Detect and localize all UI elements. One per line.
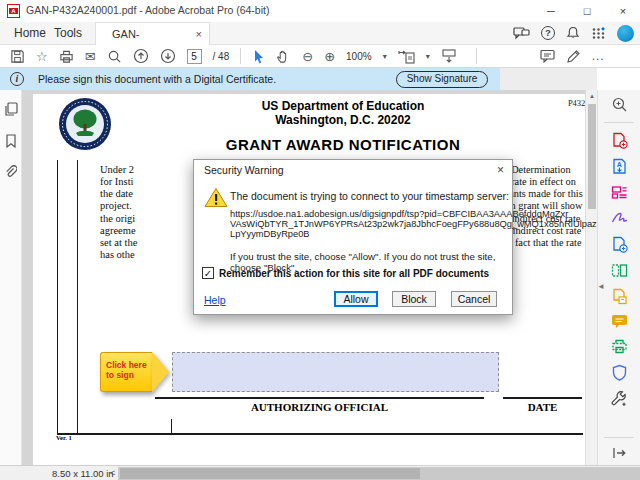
quick-toolbar: ☆ ✉ 5 / 48 ⊖ ⊕ 100% ▾ (0, 45, 640, 68)
timestamp-server-url: https://usdoe.na1.adobesign.us/digsignpd… (230, 210, 597, 239)
toolbar-divider (476, 48, 477, 64)
table-border-bottom (57, 433, 583, 435)
svg-text:A: A (616, 161, 621, 168)
rail-divider (604, 122, 634, 123)
acrobat-window: A GAN-P432A240001.pdf - Adobe Acrobat Pr… (0, 0, 640, 480)
account-avatar[interactable] (617, 25, 634, 42)
select-tool-icon[interactable] (252, 49, 265, 64)
horizontal-scroll-thumb[interactable] (120, 468, 420, 479)
edit-pdf-icon[interactable] (611, 184, 628, 201)
more-tools-overflow[interactable]: ... (592, 49, 605, 63)
digital-certificate-banner: i Please sign this document with a Digit… (0, 68, 500, 90)
banner-message: Please sign this document with a Digital… (38, 73, 276, 85)
authorizing-official-label: AUTHORIZING OFFICIAL (155, 401, 484, 413)
pdf-header-line2: Washington, D.C. 20202 (163, 113, 523, 127)
fill-sign-icon[interactable] (611, 210, 628, 227)
allow-button[interactable]: Allow (334, 291, 378, 307)
cancel-button[interactable]: Cancel (451, 291, 497, 307)
page-number-input[interactable]: 5 (187, 49, 202, 64)
email-icon[interactable]: ✉ (85, 49, 96, 64)
zoom-level-value[interactable]: 100% (346, 51, 372, 62)
collapse-panel-icon[interactable]: ◄ (597, 282, 605, 291)
scroll-left-icon[interactable]: < (110, 468, 115, 478)
window-title: GAN-P432A240001.pdf - Adobe Acrobat Pro … (26, 4, 269, 16)
page-scrolling-icon[interactable] (441, 49, 457, 64)
pdf-page: P432A240001 US Department of Education W… (33, 94, 585, 465)
callout-line1: Click here (106, 360, 152, 370)
search-icon[interactable] (107, 49, 122, 64)
create-pdf-icon[interactable] (611, 132, 628, 149)
pdf-header-line1: US Department of Education (163, 99, 523, 113)
tab-tools[interactable]: Tools (46, 22, 90, 45)
page-thumbnails-icon[interactable] (4, 102, 18, 117)
banner-gap (500, 68, 597, 90)
zoom-in-icon[interactable]: ⊕ (324, 49, 335, 64)
combine-files-icon[interactable] (611, 236, 628, 253)
block-button[interactable]: Block (392, 291, 436, 307)
collapse-rail-icon[interactable] (612, 447, 626, 459)
print-icon[interactable] (59, 49, 74, 64)
version-label: Ver. 1 (56, 434, 72, 441)
zoom-caret-icon[interactable]: ▾ (383, 52, 387, 61)
horizontal-scrollbar[interactable] (118, 467, 640, 480)
favorite-star-icon[interactable]: ☆ (36, 49, 48, 64)
compress-pdf-icon[interactable] (611, 288, 628, 305)
pdf-heading: GRANT AWARD NOTIFICATION (143, 136, 543, 153)
click-here-to-sign-callout[interactable]: Click here to sign (100, 352, 152, 392)
feedback-icon[interactable] (513, 26, 530, 40)
status-bar: 8.50 x 11.00 in < (0, 465, 640, 480)
page-total-label: / 48 (213, 51, 230, 62)
protect-icon[interactable] (612, 364, 627, 381)
comment-icon[interactable] (540, 49, 555, 63)
show-signature-button[interactable]: Show Signature (396, 71, 488, 88)
signature-field[interactable] (172, 352, 499, 392)
next-page-icon[interactable] (160, 48, 176, 64)
search-tools-icon[interactable] (611, 96, 628, 113)
document-area: P432A240001 US Department of Education W… (0, 90, 640, 465)
organize-pages-icon[interactable] (611, 262, 628, 279)
page-size-label: 8.50 x 11.00 in (52, 468, 114, 479)
zoom-out-icon[interactable]: ⊖ (302, 49, 313, 64)
help-link[interactable]: Help (204, 294, 226, 306)
bookmarks-icon[interactable] (5, 134, 17, 148)
tab-document[interactable]: GAN-P432A24000... × (95, 22, 210, 45)
scan-ocr-icon[interactable] (611, 338, 628, 355)
table-border-left-inner (77, 160, 78, 433)
info-icon: i (10, 72, 24, 86)
tab-close-icon[interactable]: × (196, 23, 202, 46)
close-button[interactable]: × (606, 0, 640, 22)
table-cell-divider (171, 419, 172, 433)
date-label: DATE (503, 401, 582, 413)
attachments-icon[interactable] (4, 165, 17, 179)
help-icon[interactable]: ? (541, 26, 555, 40)
remember-checkbox[interactable]: ✓ (202, 267, 214, 279)
tabbar-right-icons: ? (513, 22, 640, 44)
security-warning-dialog: Security Warning × The document is tryin… (193, 159, 513, 315)
fit-caret-icon[interactable]: ▾ (426, 52, 430, 61)
sign-pencil-icon[interactable] (566, 49, 581, 64)
department-of-education-seal (58, 97, 112, 151)
notifications-bell-icon[interactable] (566, 26, 580, 40)
left-navigation-panel (0, 90, 22, 465)
svg-text:A: A (11, 8, 16, 14)
more-tools-icon[interactable] (611, 390, 628, 407)
paragraph-left-fragment: Under 2for Instithe dateproject.the orig… (100, 164, 162, 261)
fit-width-icon[interactable] (398, 49, 415, 64)
dialog-title: Security Warning (204, 164, 284, 176)
callout-line2: to sign (106, 370, 152, 380)
tools-rail: A (597, 90, 640, 465)
minimize-button[interactable]: ─ (534, 0, 568, 22)
export-pdf-icon[interactable]: A (611, 158, 628, 175)
vertical-scrollbar[interactable]: ▴ (585, 90, 597, 465)
warning-icon (204, 187, 228, 208)
vertical-scroll-thumb[interactable] (588, 104, 596, 209)
maximize-button[interactable]: □ (570, 0, 604, 22)
toolbar-divider (240, 48, 241, 64)
dialog-close-icon[interactable]: × (497, 163, 504, 177)
previous-page-icon[interactable] (133, 48, 149, 64)
comment-icon-rail[interactable] (611, 314, 628, 329)
app-grid-icon[interactable] (591, 26, 606, 40)
hand-tool-icon[interactable] (276, 49, 291, 64)
rail-divider (604, 437, 634, 438)
save-icon[interactable] (10, 49, 25, 64)
